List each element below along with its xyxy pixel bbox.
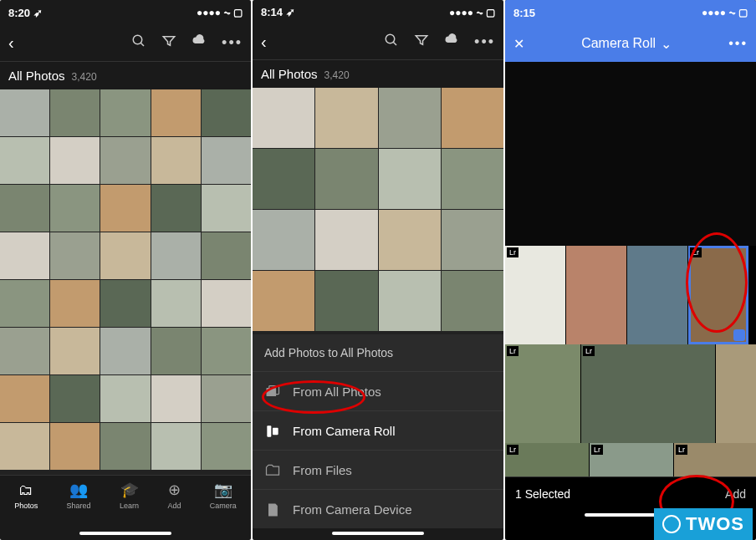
photo-thumb[interactable] bbox=[202, 185, 251, 232]
photo-thumb[interactable] bbox=[315, 210, 377, 270]
add-photos-sheet: Add Photos to All Photos From All Photos… bbox=[253, 334, 503, 528]
photo-thumb[interactable] bbox=[151, 375, 201, 422]
logo-text: TWOS bbox=[686, 513, 744, 535]
photo-thumb[interactable] bbox=[50, 423, 100, 470]
home-indicator[interactable] bbox=[332, 532, 424, 535]
back-button[interactable]: ‹ bbox=[261, 33, 267, 52]
photo-thumb[interactable] bbox=[100, 280, 150, 327]
photo-thumb[interactable] bbox=[0, 232, 49, 279]
photo-thumb[interactable] bbox=[202, 375, 251, 422]
add-button[interactable]: Add bbox=[725, 487, 746, 501]
photo-thumb[interactable] bbox=[100, 423, 150, 470]
photo-thumb[interactable] bbox=[50, 89, 100, 136]
photo-thumb[interactable] bbox=[202, 232, 251, 279]
home-indicator[interactable] bbox=[79, 532, 171, 535]
more-icon[interactable]: ••• bbox=[222, 34, 243, 52]
photo-thumb[interactable]: Lr bbox=[505, 344, 580, 443]
photo-thumb[interactable] bbox=[442, 271, 503, 331]
photo-thumb[interactable] bbox=[379, 271, 441, 331]
svg-rect-7 bbox=[273, 428, 278, 435]
more-icon[interactable]: ••• bbox=[728, 36, 748, 51]
filter-icon[interactable] bbox=[414, 33, 429, 52]
photo-thumb[interactable] bbox=[442, 210, 503, 270]
sheet-item-camera-device[interactable]: From Camera Device bbox=[253, 489, 503, 528]
photo-thumb[interactable] bbox=[253, 149, 314, 209]
photo-thumb[interactable] bbox=[151, 137, 201, 184]
photo-thumb[interactable] bbox=[151, 89, 201, 136]
photo-thumb[interactable] bbox=[379, 149, 441, 209]
cloud-icon[interactable] bbox=[444, 33, 459, 52]
photo-thumb[interactable] bbox=[0, 375, 49, 422]
photo-thumb[interactable] bbox=[0, 328, 49, 374]
photo-thumb[interactable] bbox=[100, 185, 150, 232]
photo-thumb[interactable] bbox=[100, 89, 150, 136]
photo-thumb[interactable] bbox=[151, 423, 201, 470]
photo-thumb[interactable]: Lr bbox=[590, 443, 673, 476]
more-icon[interactable]: ••• bbox=[474, 33, 495, 51]
photo-thumb[interactable] bbox=[253, 210, 314, 270]
photo-thumb[interactable] bbox=[50, 232, 100, 279]
photo-thumb[interactable] bbox=[50, 280, 100, 327]
photo-thumb[interactable]: Lr bbox=[674, 443, 756, 476]
photo-thumb[interactable] bbox=[379, 210, 441, 270]
photo-thumb[interactable] bbox=[100, 137, 150, 184]
photo-thumb[interactable] bbox=[100, 375, 150, 422]
tab-learn[interactable]: 🎓Learn bbox=[120, 481, 139, 528]
photo-thumb[interactable]: Lr bbox=[581, 344, 715, 443]
sheet-item-all-photos[interactable]: From All Photos bbox=[253, 371, 503, 410]
photo-thumb[interactable] bbox=[202, 137, 251, 184]
shared-icon: 👥 bbox=[69, 481, 88, 499]
search-icon[interactable] bbox=[384, 33, 399, 52]
photo-thumb-selected[interactable]: Lr bbox=[688, 246, 748, 344]
cloud-icon[interactable] bbox=[192, 33, 207, 53]
photo-thumb[interactable] bbox=[716, 344, 756, 443]
photo-thumb[interactable] bbox=[315, 88, 377, 148]
photo-thumb[interactable] bbox=[50, 185, 100, 232]
close-button[interactable]: ✕ bbox=[513, 36, 524, 52]
photo-thumb[interactable] bbox=[202, 423, 251, 470]
photo-thumb[interactable] bbox=[151, 232, 201, 279]
sheet-item-label: From Camera Device bbox=[293, 502, 412, 517]
photo-thumb[interactable] bbox=[253, 271, 314, 331]
photo-thumb[interactable]: Lr bbox=[505, 443, 589, 476]
photo-thumb[interactable] bbox=[50, 137, 100, 184]
photo-thumb[interactable] bbox=[50, 375, 100, 422]
photo-thumb[interactable] bbox=[100, 328, 150, 374]
filter-icon[interactable] bbox=[161, 33, 176, 53]
tab-camera[interactable]: 📷Camera bbox=[210, 481, 237, 528]
photo-thumb[interactable] bbox=[202, 280, 251, 327]
photo-thumb[interactable] bbox=[442, 88, 503, 148]
nav-title: Camera Roll bbox=[581, 36, 656, 51]
photo-thumb[interactable] bbox=[379, 88, 441, 148]
sheet-item-files[interactable]: From Files bbox=[253, 450, 503, 489]
photo-thumb[interactable] bbox=[0, 280, 49, 327]
tab-add[interactable]: ⊕Add bbox=[167, 481, 181, 528]
photo-thumb[interactable]: Lr bbox=[505, 246, 565, 344]
back-button[interactable]: ‹ bbox=[8, 33, 14, 53]
photo-thumb[interactable] bbox=[202, 328, 251, 374]
photo-thumb[interactable] bbox=[50, 328, 100, 374]
photo-thumb[interactable] bbox=[0, 423, 49, 470]
search-icon[interactable] bbox=[131, 33, 146, 53]
photo-thumb[interactable] bbox=[100, 232, 150, 279]
photo-thumb[interactable] bbox=[0, 185, 49, 232]
tab-photos[interactable]: 🗂Photos bbox=[14, 481, 38, 528]
album-picker[interactable]: Camera Roll ⌄ bbox=[524, 36, 728, 52]
photo-thumb[interactable] bbox=[202, 89, 251, 136]
photo-thumb[interactable] bbox=[566, 246, 626, 344]
photo-thumb[interactable] bbox=[0, 137, 49, 184]
photo-thumb[interactable] bbox=[0, 89, 49, 136]
tab-shared[interactable]: 👥Shared bbox=[67, 481, 91, 528]
sheet-item-camera-roll[interactable]: From Camera Roll bbox=[253, 410, 503, 450]
photo-thumb[interactable] bbox=[315, 149, 377, 209]
photo-thumb[interactable] bbox=[151, 185, 201, 232]
photo-thumb[interactable] bbox=[253, 88, 314, 148]
photo-thumb[interactable] bbox=[315, 271, 377, 331]
photo-thumb[interactable] bbox=[151, 328, 201, 374]
tab-label: Add bbox=[167, 502, 181, 510]
photo-thumb[interactable] bbox=[151, 280, 201, 327]
photo-grid bbox=[0, 89, 251, 475]
filmstrip-row-1: Lr Lr bbox=[505, 246, 756, 344]
photo-thumb[interactable] bbox=[627, 246, 687, 344]
photo-thumb[interactable] bbox=[442, 149, 503, 209]
